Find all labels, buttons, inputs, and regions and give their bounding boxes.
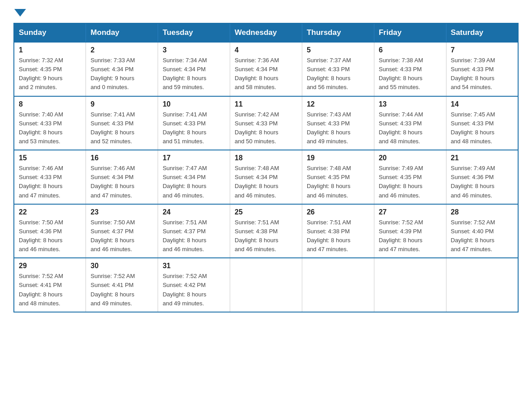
day-info: Sunrise: 7:40 AMSunset: 4:33 PMDaylight:… <box>19 110 81 146</box>
day-number: 18 <box>235 154 297 162</box>
day-info: Sunrise: 7:51 AMSunset: 4:37 PMDaylight:… <box>163 218 225 254</box>
calendar-cell: 17 Sunrise: 7:47 AMSunset: 4:34 PMDaylig… <box>158 150 230 204</box>
logo <box>13 9 27 14</box>
day-number: 30 <box>90 262 153 270</box>
day-info: Sunrise: 7:37 AMSunset: 4:33 PMDaylight:… <box>307 56 369 92</box>
day-number: 15 <box>19 154 81 162</box>
day-header-saturday: Saturday <box>446 23 518 42</box>
calendar-cell: 13 Sunrise: 7:44 AMSunset: 4:33 PMDaylig… <box>374 96 446 150</box>
calendar-header: SundayMondayTuesdayWednesdayThursdayFrid… <box>14 23 518 42</box>
day-number: 23 <box>90 208 153 216</box>
day-number: 8 <box>19 100 81 108</box>
day-number: 12 <box>307 100 369 108</box>
day-info: Sunrise: 7:34 AMSunset: 4:34 PMDaylight:… <box>163 56 225 92</box>
day-header-monday: Monday <box>86 23 158 42</box>
day-number: 22 <box>19 208 81 216</box>
day-number: 20 <box>379 154 442 162</box>
days-header-row: SundayMondayTuesdayWednesdayThursdayFrid… <box>14 23 518 42</box>
day-header-tuesday: Tuesday <box>158 23 230 42</box>
day-info: Sunrise: 7:42 AMSunset: 4:33 PMDaylight:… <box>235 110 297 146</box>
day-info: Sunrise: 7:32 AMSunset: 4:35 PMDaylight:… <box>19 56 81 92</box>
day-number: 2 <box>90 46 153 54</box>
calendar-cell: 9 Sunrise: 7:41 AMSunset: 4:33 PMDayligh… <box>86 96 158 150</box>
day-number: 13 <box>379 100 442 108</box>
day-info: Sunrise: 7:46 AMSunset: 4:33 PMDaylight:… <box>19 164 81 200</box>
day-info: Sunrise: 7:51 AMSunset: 4:38 PMDaylight:… <box>235 218 297 254</box>
day-info: Sunrise: 7:39 AMSunset: 4:33 PMDaylight:… <box>451 56 513 92</box>
day-number: 10 <box>163 100 225 108</box>
day-info: Sunrise: 7:45 AMSunset: 4:33 PMDaylight:… <box>451 110 513 146</box>
calendar-cell: 10 Sunrise: 7:41 AMSunset: 4:33 PMDaylig… <box>158 96 230 150</box>
calendar-cell: 19 Sunrise: 7:48 AMSunset: 4:35 PMDaylig… <box>302 150 374 204</box>
day-info: Sunrise: 7:48 AMSunset: 4:35 PMDaylight:… <box>307 164 369 200</box>
calendar-cell: 29 Sunrise: 7:52 AMSunset: 4:41 PMDaylig… <box>14 258 86 312</box>
day-info: Sunrise: 7:38 AMSunset: 4:33 PMDaylight:… <box>379 56 442 92</box>
calendar-cell: 23 Sunrise: 7:50 AMSunset: 4:37 PMDaylig… <box>86 204 158 258</box>
day-number: 26 <box>307 208 369 216</box>
day-info: Sunrise: 7:33 AMSunset: 4:34 PMDaylight:… <box>90 56 153 92</box>
day-info: Sunrise: 7:47 AMSunset: 4:34 PMDaylight:… <box>163 164 225 200</box>
day-number: 9 <box>90 100 153 108</box>
calendar-week-4: 22 Sunrise: 7:50 AMSunset: 4:36 PMDaylig… <box>14 204 518 258</box>
day-info: Sunrise: 7:52 AMSunset: 4:42 PMDaylight:… <box>163 272 225 308</box>
day-number: 29 <box>19 262 81 270</box>
calendar-cell: 26 Sunrise: 7:51 AMSunset: 4:38 PMDaylig… <box>302 204 374 258</box>
calendar-week-3: 15 Sunrise: 7:46 AMSunset: 4:33 PMDaylig… <box>14 150 518 204</box>
calendar-cell <box>302 258 374 312</box>
calendar-cell <box>230 258 302 312</box>
day-info: Sunrise: 7:52 AMSunset: 4:41 PMDaylight:… <box>90 272 153 308</box>
calendar-cell: 31 Sunrise: 7:52 AMSunset: 4:42 PMDaylig… <box>158 258 230 312</box>
day-info: Sunrise: 7:43 AMSunset: 4:33 PMDaylight:… <box>307 110 369 146</box>
day-number: 16 <box>90 154 153 162</box>
day-number: 19 <box>307 154 369 162</box>
day-info: Sunrise: 7:49 AMSunset: 4:35 PMDaylight:… <box>379 164 442 200</box>
calendar-table: SundayMondayTuesdayWednesdayThursdayFrid… <box>13 23 519 313</box>
day-number: 31 <box>163 262 225 270</box>
calendar-cell: 24 Sunrise: 7:51 AMSunset: 4:37 PMDaylig… <box>158 204 230 258</box>
calendar-week-2: 8 Sunrise: 7:40 AMSunset: 4:33 PMDayligh… <box>14 96 518 150</box>
day-info: Sunrise: 7:41 AMSunset: 4:33 PMDaylight:… <box>90 110 153 146</box>
day-info: Sunrise: 7:50 AMSunset: 4:37 PMDaylight:… <box>90 218 153 254</box>
day-info: Sunrise: 7:50 AMSunset: 4:36 PMDaylight:… <box>19 218 81 254</box>
calendar-cell: 25 Sunrise: 7:51 AMSunset: 4:38 PMDaylig… <box>230 204 302 258</box>
day-number: 28 <box>451 208 513 216</box>
day-number: 14 <box>451 100 513 108</box>
day-number: 21 <box>451 154 513 162</box>
calendar-cell: 4 Sunrise: 7:36 AMSunset: 4:34 PMDayligh… <box>230 42 302 96</box>
calendar-cell: 16 Sunrise: 7:46 AMSunset: 4:34 PMDaylig… <box>86 150 158 204</box>
calendar-cell: 1 Sunrise: 7:32 AMSunset: 4:35 PMDayligh… <box>14 42 86 96</box>
calendar-cell: 22 Sunrise: 7:50 AMSunset: 4:36 PMDaylig… <box>14 204 86 258</box>
calendar-week-5: 29 Sunrise: 7:52 AMSunset: 4:41 PMDaylig… <box>14 258 518 312</box>
day-number: 3 <box>163 46 225 54</box>
calendar-cell: 5 Sunrise: 7:37 AMSunset: 4:33 PMDayligh… <box>302 42 374 96</box>
day-number: 5 <box>307 46 369 54</box>
calendar-cell: 12 Sunrise: 7:43 AMSunset: 4:33 PMDaylig… <box>302 96 374 150</box>
calendar-cell: 14 Sunrise: 7:45 AMSunset: 4:33 PMDaylig… <box>446 96 518 150</box>
calendar-cell: 2 Sunrise: 7:33 AMSunset: 4:34 PMDayligh… <box>86 42 158 96</box>
day-number: 7 <box>451 46 513 54</box>
day-info: Sunrise: 7:49 AMSunset: 4:36 PMDaylight:… <box>451 164 513 200</box>
day-header-thursday: Thursday <box>302 23 374 42</box>
day-number: 27 <box>379 208 442 216</box>
calendar-cell: 20 Sunrise: 7:49 AMSunset: 4:35 PMDaylig… <box>374 150 446 204</box>
calendar-week-1: 1 Sunrise: 7:32 AMSunset: 4:35 PMDayligh… <box>14 42 518 96</box>
day-number: 17 <box>163 154 225 162</box>
day-info: Sunrise: 7:48 AMSunset: 4:34 PMDaylight:… <box>235 164 297 200</box>
calendar-cell: 7 Sunrise: 7:39 AMSunset: 4:33 PMDayligh… <box>446 42 518 96</box>
calendar-cell: 27 Sunrise: 7:52 AMSunset: 4:39 PMDaylig… <box>374 204 446 258</box>
calendar-cell: 21 Sunrise: 7:49 AMSunset: 4:36 PMDaylig… <box>446 150 518 204</box>
calendar-cell: 11 Sunrise: 7:42 AMSunset: 4:33 PMDaylig… <box>230 96 302 150</box>
calendar-cell <box>374 258 446 312</box>
calendar-cell: 28 Sunrise: 7:52 AMSunset: 4:40 PMDaylig… <box>446 204 518 258</box>
day-info: Sunrise: 7:46 AMSunset: 4:34 PMDaylight:… <box>90 164 153 200</box>
logo-arrow-icon <box>14 9 26 17</box>
calendar-cell: 18 Sunrise: 7:48 AMSunset: 4:34 PMDaylig… <box>230 150 302 204</box>
calendar-cell: 3 Sunrise: 7:34 AMSunset: 4:34 PMDayligh… <box>158 42 230 96</box>
day-info: Sunrise: 7:36 AMSunset: 4:34 PMDaylight:… <box>235 56 297 92</box>
day-info: Sunrise: 7:44 AMSunset: 4:33 PMDaylight:… <box>379 110 442 146</box>
day-number: 24 <box>163 208 225 216</box>
logo-general-line <box>13 9 27 17</box>
day-info: Sunrise: 7:41 AMSunset: 4:33 PMDaylight:… <box>163 110 225 146</box>
day-header-sunday: Sunday <box>14 23 86 42</box>
day-header-friday: Friday <box>374 23 446 42</box>
